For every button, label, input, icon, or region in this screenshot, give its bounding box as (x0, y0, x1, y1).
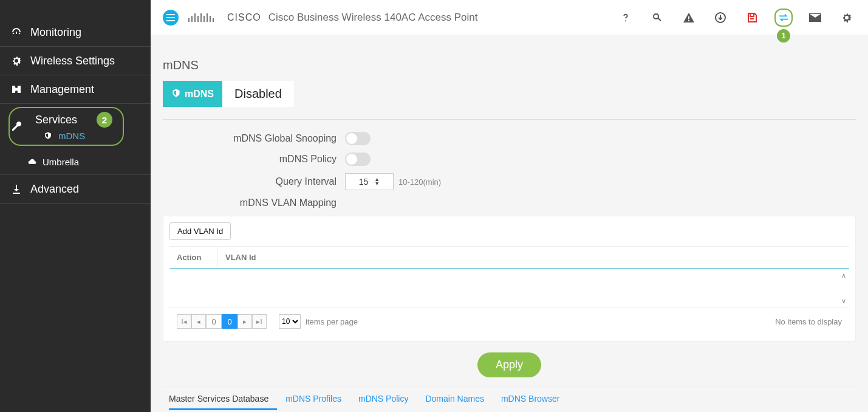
svg-rect-4 (166, 20, 175, 21)
mdns-policy-label: mDNS Policy (163, 154, 345, 165)
page-title: mDNS (163, 58, 856, 72)
download-cloud-icon[interactable] (711, 9, 730, 27)
items-per-page-label: items per page (306, 317, 358, 326)
sidebar-sub-mdns[interactable]: mDNS (43, 130, 117, 141)
sidebar-sub-umbrella[interactable]: Umbrella (0, 149, 151, 175)
menu-toggle-button[interactable] (163, 10, 179, 26)
scroll-down-icon[interactable]: ∨ (839, 297, 848, 305)
tab-mdns-browser[interactable]: mDNS Browser (501, 394, 568, 410)
svg-rect-2 (166, 14, 175, 15)
mail-icon[interactable] (806, 9, 824, 27)
page-first-button[interactable]: I◂ (177, 314, 191, 329)
sidebar: Monitoring Wireless Settings Management … (0, 0, 151, 412)
global-snooping-label: mDNS Global Snooping (163, 133, 345, 144)
mdns-status-value: Disabled (222, 81, 294, 107)
sidebar-item-monitoring[interactable]: Monitoring (0, 18, 151, 47)
swap-icon[interactable]: 1 (774, 9, 793, 27)
page-number-a[interactable]: 0 (206, 314, 222, 329)
sidebar-services-group: Services 2 mDNS (9, 107, 124, 146)
global-snooping-toggle[interactable] (345, 132, 371, 145)
annotation-badge-2: 2 (97, 112, 112, 128)
top-bar: CISCO Cisco Business Wireless 140AC Acce… (151, 0, 868, 35)
query-interval-label: Query Interval (163, 176, 345, 187)
pager: I◂ ◂ 0 0 ▸ ▸I 10 items per page No items… (169, 308, 849, 335)
cisco-logo (188, 13, 219, 22)
items-per-page-select[interactable]: 10 (279, 314, 301, 329)
shield-icon (171, 88, 181, 100)
product-title: Cisco Business Wireless 140AC Access Poi… (268, 12, 478, 24)
page-next-button[interactable]: ▸ (238, 314, 252, 329)
tab-master-services[interactable]: Master Services Database (169, 394, 277, 410)
add-vlan-button[interactable]: Add VLAN Id (169, 222, 231, 240)
mdns-status-tab[interactable]: mDNS (163, 81, 222, 107)
sidebar-item-wireless[interactable]: Wireless Settings (0, 47, 151, 75)
sidebar-item-management[interactable]: Management (0, 75, 151, 104)
svg-rect-3 (166, 17, 175, 18)
sidebar-item-advanced[interactable]: Advanced (0, 175, 151, 204)
gear-icon (10, 54, 23, 67)
svg-point-1 (19, 33, 21, 35)
sidebar-sub-label: mDNS (58, 131, 85, 141)
sidebar-item-label: Wireless Settings (30, 55, 115, 67)
apply-button[interactable]: Apply (477, 352, 541, 377)
divider (163, 119, 856, 120)
cisco-logo-text: CISCO (227, 12, 261, 23)
vlan-mapping-label: mDNS VLAN Mapping (163, 197, 345, 208)
spinner-icon[interactable]: ▲▼ (374, 177, 380, 186)
download-icon (10, 182, 23, 196)
main-content: mDNS mDNS Disabled mDNS Global Snooping … (151, 35, 868, 412)
help-icon[interactable] (617, 9, 635, 27)
scroll-up-icon[interactable]: ∧ (839, 272, 848, 280)
sidebar-item-services[interactable]: Services (35, 114, 77, 126)
save-icon[interactable] (743, 9, 761, 27)
svg-point-0 (13, 33, 15, 35)
mdns-policy-toggle[interactable] (345, 153, 371, 166)
sidebar-item-label: Advanced (30, 183, 79, 196)
empty-text: No items to display (775, 317, 842, 326)
query-interval-value: 15 (359, 177, 369, 187)
col-action: Action (169, 247, 218, 268)
page-last-button[interactable]: ▸I (252, 314, 267, 329)
puzzle-icon (10, 83, 23, 96)
shield-icon (43, 130, 53, 141)
warning-icon[interactable] (680, 9, 698, 27)
annotation-badge-1: 1 (777, 29, 790, 43)
sidebar-item-label: Monitoring (30, 26, 81, 39)
page-number-b[interactable]: 0 (222, 314, 238, 329)
query-interval-input[interactable]: 15 ▲▼ (345, 173, 394, 190)
col-vlan-id: VLAN Id (218, 247, 849, 268)
sidebar-item-label: Management (30, 83, 94, 96)
tab-domain-names[interactable]: Domain Names (425, 394, 492, 410)
sidebar-sub-label: Umbrella (43, 157, 79, 167)
tab-mdns-profiles[interactable]: mDNS Profiles (285, 394, 350, 410)
settings-icon[interactable] (838, 9, 856, 27)
cloud-icon (27, 156, 38, 167)
tab-mdns-policy[interactable]: mDNS Policy (358, 394, 417, 410)
status-tab-label: mDNS (185, 89, 214, 100)
dashboard-icon (10, 26, 23, 39)
vlan-table-body: ∧ ∨ (169, 269, 849, 308)
vlan-mapping-card: Add VLAN Id Action VLAN Id ∧ ∨ I◂ ◂ 0 0 (163, 216, 856, 342)
search-icon[interactable] (648, 9, 666, 27)
page-prev-button[interactable]: ◂ (191, 314, 206, 329)
query-interval-help: 10-120(min) (398, 177, 441, 187)
bottom-tabs: Master Services Database mDNS Profiles m… (163, 386, 856, 412)
